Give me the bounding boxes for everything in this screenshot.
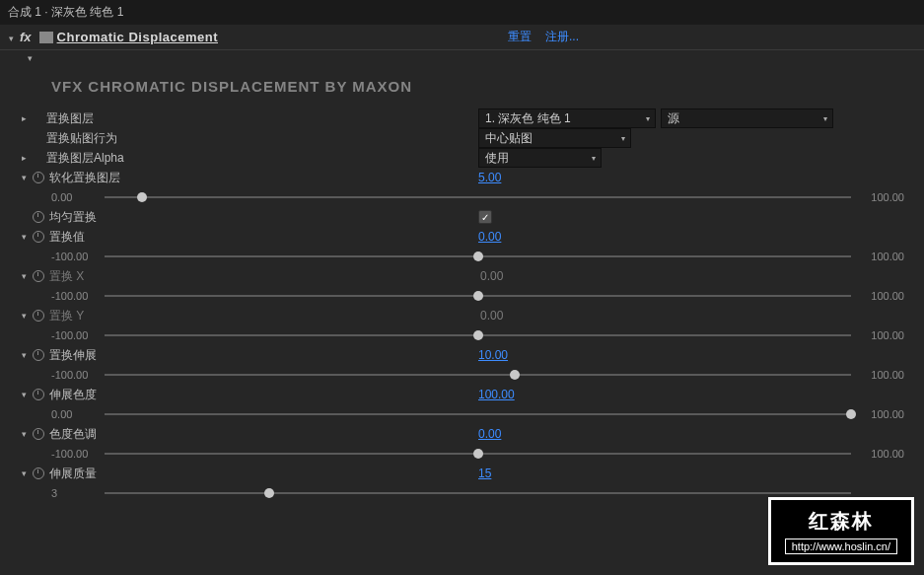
slider[interactable] <box>105 329 851 341</box>
prop-label: 置换图层Alpha <box>46 150 124 167</box>
twirl[interactable]: ▾ <box>18 468 30 478</box>
reset-link[interactable]: 重置 <box>508 29 532 45</box>
value-input[interactable]: 0.00 <box>478 230 501 244</box>
range-max: 100.00 <box>857 290 904 302</box>
twirl[interactable]: ▾ <box>18 311 30 321</box>
range-min: -100.00 <box>51 290 99 302</box>
stopwatch-icon[interactable] <box>33 389 44 400</box>
prop-hue: ▾ 色度色调 0.00 <box>0 424 924 444</box>
prop-label: 均匀置换 <box>49 209 97 226</box>
slider[interactable] <box>105 487 851 499</box>
prop-label: 置换值 <box>49 229 85 246</box>
source-dropdown[interactable]: 源 <box>661 108 833 128</box>
prop-spread: ▾ 置换伸展 10.00 <box>0 345 924 365</box>
prop-map-behavior: 置换贴图行为 中心贴图 <box>0 128 924 148</box>
effect-title: VFX CHROMATIC DISPLACEMENT BY MAXON <box>0 64 924 108</box>
twirl[interactable]: ▸ <box>18 153 30 163</box>
map-behavior-dropdown[interactable]: 中心贴图 <box>478 128 631 148</box>
twirl[interactable]: ▾ <box>18 173 30 182</box>
range-min: -100.00 <box>51 369 99 381</box>
slider[interactable] <box>105 251 851 262</box>
slider[interactable] <box>105 408 851 420</box>
slider-amount: -100.00 100.00 <box>0 247 924 266</box>
stopwatch-icon[interactable] <box>33 349 44 361</box>
slider[interactable] <box>105 191 851 203</box>
slider[interactable] <box>105 290 851 302</box>
prop-uniform: 均匀置换 ✓ <box>0 207 924 227</box>
prop-chroma: ▾ 伸展色度 100.00 <box>0 385 924 404</box>
alpha-dropdown[interactable]: 使用 <box>478 148 602 168</box>
register-link[interactable]: 注册... <box>545 29 579 45</box>
breadcrumb: 合成 1 · 深灰色 纯色 1 <box>0 0 924 25</box>
effect-name[interactable]: Chromatic Displacement <box>57 30 218 44</box>
prop-label: 置换贴图行为 <box>46 130 117 147</box>
watermark-text: 红森林 <box>785 508 897 535</box>
slider-disp-y: -100.00 100.00 <box>0 325 924 345</box>
prop-label: 伸展质量 <box>49 466 97 482</box>
prop-label: 置换伸展 <box>49 347 97 364</box>
twirl[interactable]: ▾ <box>18 350 30 360</box>
effect-header: fx Chromatic Displacement 重置 注册... <box>0 25 924 50</box>
slider-disp-x: -100.00 100.00 <box>0 286 924 306</box>
value-input[interactable]: 0.00 <box>478 427 501 441</box>
value-input[interactable]: 10.00 <box>478 348 508 362</box>
slider-hue: -100.00 100.00 <box>0 444 924 464</box>
stopwatch-icon[interactable] <box>33 310 44 322</box>
twirl[interactable]: ▾ <box>18 429 30 439</box>
checkbox[interactable]: ✓ <box>478 210 492 224</box>
range-min: 0.00 <box>51 408 99 420</box>
slider-chroma: 0.00 100.00 <box>0 404 924 424</box>
stopwatch-icon[interactable] <box>33 467 44 479</box>
slider[interactable] <box>105 369 851 381</box>
range-max: 100.00 <box>857 191 904 203</box>
watermark-url: http://www.hoslin.cn/ <box>785 539 897 554</box>
watermark: 红森林 http://www.hoslin.cn/ <box>768 497 914 565</box>
value-input[interactable]: 5.00 <box>478 171 501 184</box>
prop-soften: ▾ 软化置换图层 5.00 <box>0 168 924 187</box>
twirl-effect[interactable] <box>6 31 16 44</box>
stopwatch-icon[interactable] <box>33 231 44 243</box>
range-max: 100.00 <box>857 329 904 341</box>
range-max: 100.00 <box>857 408 904 420</box>
prop-amount: ▾ 置换值 0.00 <box>0 227 924 247</box>
stopwatch-icon[interactable] <box>33 172 44 183</box>
range-max: 100.00 <box>857 251 904 262</box>
prop-label: 伸展色度 <box>49 387 97 403</box>
twirl[interactable]: ▾ <box>18 271 30 281</box>
prop-disp-y: ▾ 置换 Y 0.00 <box>0 306 924 325</box>
stopwatch-icon[interactable] <box>33 270 44 282</box>
twirl[interactable]: ▸ <box>18 113 30 123</box>
range-max: 100.00 <box>857 369 904 381</box>
range-min: 0.00 <box>51 191 99 203</box>
preset-icon[interactable] <box>39 32 53 43</box>
prop-quality: ▾ 伸展质量 15 <box>0 464 924 483</box>
value-input: 0.00 <box>480 269 503 283</box>
stopwatch-icon[interactable] <box>33 211 44 223</box>
range-min: 3 <box>51 487 99 499</box>
prop-disp-x: ▾ 置换 X 0.00 <box>0 266 924 286</box>
range-min: -100.00 <box>51 448 99 460</box>
prop-layer-alpha: ▸ 置换图层Alpha 使用 <box>0 148 924 168</box>
range-min: -100.00 <box>51 251 99 262</box>
prop-label: 置换 Y <box>49 308 84 324</box>
twirl[interactable]: ▾ <box>18 390 30 399</box>
slider-soften: 0.00 100.00 <box>0 187 924 207</box>
twirl[interactable]: ▾ <box>18 232 30 242</box>
slider-spread: -100.00 100.00 <box>0 365 924 385</box>
layer-dropdown[interactable]: 1. 深灰色 纯色 1 <box>478 108 656 128</box>
range-max: 100.00 <box>857 448 904 460</box>
prop-label: 软化置换图层 <box>49 170 120 186</box>
fx-icon: fx <box>20 30 32 44</box>
prop-label: 色度色调 <box>49 426 97 443</box>
value-input[interactable]: 15 <box>478 467 491 480</box>
value-input[interactable]: 100.00 <box>478 388 515 401</box>
slider[interactable] <box>105 448 851 460</box>
prop-label: 置换图层 <box>46 110 94 127</box>
range-min: -100.00 <box>51 329 99 341</box>
value-input: 0.00 <box>480 309 503 323</box>
twirl-group[interactable] <box>28 50 33 64</box>
prop-displace-layer: ▸ 置换图层 1. 深灰色 纯色 1 源 <box>0 108 924 128</box>
prop-label: 置换 X <box>49 268 84 285</box>
stopwatch-icon[interactable] <box>33 428 44 440</box>
